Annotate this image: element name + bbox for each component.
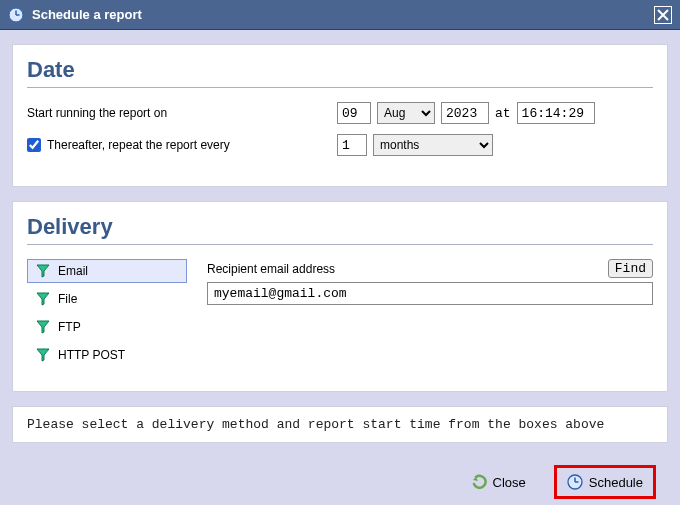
delivery-method-list: Email File FTP: [27, 259, 187, 371]
repeat-checkbox[interactable]: [27, 138, 41, 152]
repeat-unit-select[interactable]: months: [373, 134, 493, 156]
repeat-row: Thereafter, repeat the report every mont…: [27, 134, 653, 156]
window-title: Schedule a report: [32, 7, 142, 22]
window-close-button[interactable]: [654, 6, 672, 24]
recipient-label: Recipient email address: [207, 262, 600, 276]
close-button[interactable]: Close: [461, 468, 536, 496]
start-date-row: Start running the report on Aug at: [27, 102, 653, 124]
date-heading: Date: [27, 57, 653, 88]
start-time-input[interactable]: [517, 102, 595, 124]
funnel-icon: [36, 320, 50, 334]
funnel-icon: [36, 348, 50, 362]
date-panel: Date Start running the report on Aug at …: [12, 44, 668, 187]
close-button-label: Close: [493, 475, 526, 490]
delivery-heading: Delivery: [27, 214, 653, 245]
start-day-input[interactable]: [337, 102, 371, 124]
delivery-method-label: FTP: [58, 320, 81, 334]
undo-icon: [471, 474, 487, 490]
delivery-details: Recipient email address Find: [207, 259, 653, 371]
find-button[interactable]: Find: [608, 259, 653, 278]
clock-icon: [567, 474, 583, 490]
hint-panel: Please select a delivery method and repo…: [12, 406, 668, 443]
repeat-count-input[interactable]: [337, 134, 367, 156]
delivery-method-email[interactable]: Email: [27, 259, 187, 283]
funnel-icon: [36, 292, 50, 306]
dialog-footer: Close Schedule: [12, 457, 668, 499]
funnel-icon: [36, 264, 50, 278]
schedule-button[interactable]: Schedule: [554, 465, 656, 499]
titlebar: Schedule a report: [0, 0, 680, 30]
start-year-input[interactable]: [441, 102, 489, 124]
hint-text: Please select a delivery method and repo…: [27, 417, 604, 432]
repeat-label: Thereafter, repeat the report every: [47, 138, 230, 152]
recipient-email-input[interactable]: [207, 282, 653, 305]
start-month-select[interactable]: Aug: [377, 102, 435, 124]
delivery-method-label: File: [58, 292, 77, 306]
delivery-panel: Delivery Email File: [12, 201, 668, 392]
dialog-content: Date Start running the report on Aug at …: [0, 30, 680, 505]
clock-icon: [8, 7, 24, 23]
delivery-method-ftp[interactable]: FTP: [27, 315, 187, 339]
delivery-method-label: Email: [58, 264, 88, 278]
delivery-method-http-post[interactable]: HTTP POST: [27, 343, 187, 367]
schedule-button-label: Schedule: [589, 475, 643, 490]
delivery-method-label: HTTP POST: [58, 348, 125, 362]
at-label: at: [495, 106, 511, 121]
delivery-method-file[interactable]: File: [27, 287, 187, 311]
start-date-label: Start running the report on: [27, 106, 337, 120]
